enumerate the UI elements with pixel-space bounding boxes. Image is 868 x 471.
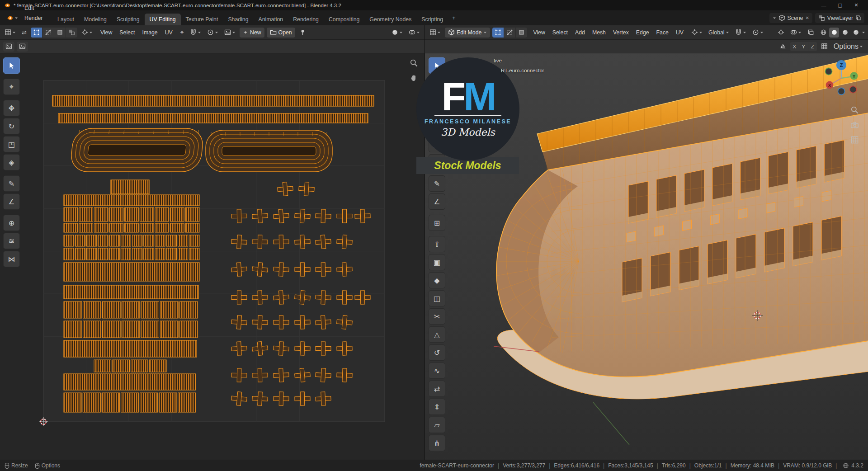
editor-type-selector-3d[interactable] <box>428 28 443 38</box>
uv-canvas[interactable]: ⌖✥↻◳◈✎∠⊕≋⋈ <box>0 53 425 460</box>
solid-shading-button[interactable] <box>829 28 839 38</box>
tab-scripting[interactable]: Scripting <box>416 14 448 25</box>
xray-toggle[interactable] <box>806 28 816 38</box>
transform-pivot-selector[interactable] <box>689 28 704 38</box>
shrink-fatten-tool[interactable]: ⇕ <box>429 399 445 415</box>
tab-compositing[interactable]: Compositing <box>324 14 364 25</box>
material-preview-button[interactable] <box>840 28 850 38</box>
mirror-axis-x[interactable]: X <box>790 42 799 51</box>
menu-edit[interactable]: Edit <box>21 3 48 13</box>
pin-image-toggle[interactable] <box>297 28 308 38</box>
viewport-menu-vertex[interactable]: Vertex <box>609 28 632 38</box>
add-workspace-tab[interactable]: + <box>448 12 459 24</box>
uv-texture-slot-button[interactable] <box>3 42 14 52</box>
smooth-tool[interactable]: ∿ <box>429 363 445 379</box>
annotate-tool[interactable]: ✎ <box>3 175 20 192</box>
scene-selector[interactable]: Scene ✕ <box>769 13 812 23</box>
tool-options-dropdown[interactable]: Options <box>832 42 865 52</box>
minimize-button[interactable]: — <box>816 0 832 10</box>
snap-grid-toggle[interactable] <box>819 42 830 52</box>
poly-build-tool[interactable]: △ <box>429 326 445 343</box>
uv-menu-image[interactable]: Image <box>139 28 161 38</box>
uv-select-vertex-button[interactable] <box>31 28 42 38</box>
tab-uv-editing[interactable]: UV Editing <box>145 14 181 25</box>
uv-menu-view[interactable]: View <box>97 28 116 38</box>
viewport-menu-select[interactable]: Select <box>549 28 571 38</box>
editor-type-selector-uv[interactable] <box>3 28 18 38</box>
extrude-tool[interactable]: ⇧ <box>429 236 445 252</box>
uv-pivot-selector[interactable] <box>80 28 94 38</box>
menu-file[interactable]: File <box>21 0 48 3</box>
move-tool[interactable]: ✥ <box>3 100 20 116</box>
wireframe-shading-button[interactable] <box>818 28 828 38</box>
show-gizmo-toggle[interactable] <box>776 28 786 38</box>
mirror-axis-y[interactable]: Y <box>799 42 808 51</box>
uv-menu-select[interactable]: Select <box>116 28 138 38</box>
uv-menu-uv[interactable]: UV <box>161 28 176 38</box>
zoom-icon[interactable] <box>410 59 418 67</box>
uv-select-face-button[interactable] <box>54 28 66 38</box>
viewport-menu-add[interactable]: Add <box>571 28 589 38</box>
bevel-tool[interactable]: ◆ <box>429 272 445 288</box>
close-button[interactable]: ✕ <box>848 0 864 10</box>
viewport-menu-mesh[interactable]: Mesh <box>589 28 609 38</box>
maximize-button[interactable]: ▢ <box>832 0 848 10</box>
unlink-scene-icon[interactable]: ✕ <box>805 15 809 20</box>
loop-cut-tool[interactable]: ◫ <box>429 290 445 306</box>
tab-rendering[interactable]: Rendering <box>288 14 324 25</box>
blender-app-menu[interactable] <box>4 13 21 23</box>
uv-image-settings-button[interactable] <box>17 42 28 52</box>
viewport-menu-view[interactable]: View <box>529 28 548 38</box>
measure-tool[interactable]: ∠ <box>3 193 20 210</box>
viewport-menu-face[interactable]: Face <box>653 28 672 38</box>
shear-tool[interactable]: ▱ <box>429 417 445 433</box>
uv-select-island-button[interactable] <box>66 28 77 38</box>
spin-tool[interactable]: ↺ <box>429 344 445 361</box>
new-viewlayer-icon[interactable] <box>855 15 861 21</box>
relax-tool[interactable]: ≋ <box>3 233 20 249</box>
tab-geometry-nodes[interactable]: Geometry Nodes <box>364 14 416 25</box>
knife-tool[interactable]: ✂ <box>429 308 445 325</box>
viewport-menu-uv[interactable]: UV <box>672 28 687 38</box>
tab-sculpting[interactable]: Sculpting <box>112 14 145 25</box>
viewlayer-selector[interactable]: ViewLayer <box>815 13 864 23</box>
uv-snap-toggle[interactable] <box>188 28 203 38</box>
uv-select-edge-button[interactable] <box>42 28 54 38</box>
tab-shading[interactable]: Shading <box>223 14 253 25</box>
mirror-toggle[interactable] <box>778 42 788 52</box>
network-globe-icon[interactable] <box>843 462 849 469</box>
snap-toggle[interactable] <box>733 28 748 38</box>
cursor-tool[interactable]: ⌖ <box>3 79 20 95</box>
tab-modeling[interactable]: Modeling <box>79 14 112 25</box>
edge-slide-tool[interactable]: ⇄ <box>429 381 445 397</box>
uv-snap-target[interactable]: ⌖ <box>179 28 186 38</box>
tab-layout[interactable]: Layout <box>52 14 79 25</box>
annotate-tool[interactable]: ✎ <box>429 175 445 192</box>
uv-sync-selection-toggle[interactable]: ⇌ <box>20 28 28 38</box>
rotate-tool[interactable]: ↻ <box>3 118 20 134</box>
edge-mode-button[interactable] <box>504 28 515 38</box>
menu-render[interactable]: Render <box>21 13 48 23</box>
scale-tool[interactable]: ◳ <box>3 136 20 152</box>
pan-hand-icon[interactable] <box>410 74 418 82</box>
rendered-shading-button[interactable] <box>851 28 861 38</box>
tab-animation[interactable]: Animation <box>254 14 288 25</box>
browse-image-button[interactable] <box>222 28 237 38</box>
tab-texture-paint[interactable]: Texture Paint <box>181 14 223 25</box>
transform-orientation-selector[interactable]: Global <box>707 28 731 38</box>
open-image-button[interactable]: Open <box>267 28 295 38</box>
face-mode-button[interactable] <box>516 28 527 38</box>
toggle-ortho-grid-icon[interactable] <box>850 136 859 144</box>
vertex-mode-button[interactable] <box>492 28 504 38</box>
proportional-editing-toggle[interactable] <box>750 28 765 38</box>
new-image-button[interactable]: ＋ New <box>240 28 264 38</box>
uv-overlays-toggle[interactable] <box>407 28 422 38</box>
show-overlays-toggle[interactable] <box>788 28 803 38</box>
measure-tool[interactable]: ∠ <box>429 193 445 210</box>
pinch-tool[interactable]: ⋈ <box>3 251 20 267</box>
transform-tool[interactable]: ◈ <box>3 154 20 170</box>
mode-selector[interactable]: Edit Mode <box>445 28 490 38</box>
zoom-icon[interactable] <box>850 106 859 114</box>
tweak-tool[interactable] <box>3 57 20 74</box>
viewport-menu-edge[interactable]: Edge <box>632 28 653 38</box>
